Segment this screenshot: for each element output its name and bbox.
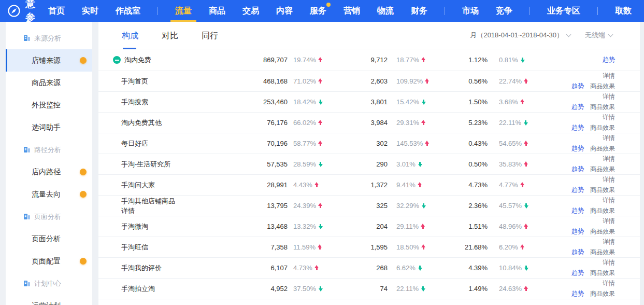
nav-divider (597, 7, 598, 15)
date-range-picker[interactable]: 月（2018-04-01~2018-04-30） (470, 31, 570, 40)
source-name-cell: 手淘-生活研究所 (98, 159, 245, 169)
product-effect-link[interactable]: 商品效果 (590, 269, 615, 278)
nav-item-16[interactable]: 业务专区 (547, 0, 580, 22)
nav-item-13[interactable]: 市场 (462, 0, 479, 22)
detail-link[interactable]: 详情 (603, 175, 615, 184)
change-cell: 3.68% (488, 98, 538, 106)
nav-item-8[interactable]: 服务 (310, 0, 326, 22)
trend-link[interactable]: 趋势 (571, 103, 584, 112)
tab-composition[interactable]: 构成 (122, 22, 138, 49)
trend-link[interactable]: 趋势 (571, 82, 584, 91)
nav-item-2[interactable]: 作战室 (116, 0, 140, 22)
tab-peers[interactable]: 同行 (202, 22, 218, 49)
trend-link[interactable]: 趋势 (603, 56, 615, 64)
product-effect-link[interactable]: 商品效果 (590, 227, 615, 236)
row-actions-line2: 趋势商品效果 (571, 248, 615, 257)
trend-link[interactable]: 趋势 (571, 123, 584, 132)
trend-link[interactable]: 趋势 (571, 186, 584, 195)
product-effect-link[interactable]: 商品效果 (590, 289, 615, 298)
sidebar-item-label: 店铺来源 (32, 56, 61, 65)
nav-item-5[interactable]: 商品 (209, 0, 225, 22)
change-cell: 0.81% (488, 56, 538, 64)
arrow-up-icon (421, 224, 425, 229)
row-actions: 详情趋势商品效果 (538, 155, 640, 174)
source-name-cell: 手淘问大家 (98, 180, 245, 190)
detail-link[interactable]: 详情 (603, 217, 615, 226)
trend-link[interactable]: 趋势 (571, 227, 584, 236)
change-value: 18.42% (293, 98, 316, 106)
arrow-up-icon (425, 141, 430, 146)
nav-item-6[interactable]: 交易 (242, 0, 259, 22)
sidebar-item[interactable]: 页面分析 (6, 228, 92, 250)
product-effect-link[interactable]: 商品效果 (590, 165, 615, 174)
arrow-up-icon (418, 182, 422, 188)
trend-link[interactable]: 趋势 (571, 206, 584, 215)
arrow-down-icon (421, 99, 426, 105)
product-effect-link[interactable]: 商品效果 (590, 186, 615, 195)
row-actions: 详情趋势商品效果 (538, 196, 640, 215)
visitors-value: 869,707 (245, 56, 288, 64)
source-name: 手淘首页 (121, 76, 148, 86)
conversion-value: 5.23% (438, 119, 488, 127)
product-effect-link[interactable]: 商品效果 (590, 103, 615, 112)
notification-dot-icon (80, 169, 87, 175)
source-name: 手淘旺信 (121, 242, 148, 252)
main-content: 构成对比同行 月（2018-04-01~2018-04-30） 无线端 淘内免费… (98, 22, 640, 305)
sidebar-item[interactable]: 店铺来源 (6, 49, 92, 72)
product-effect-link[interactable]: 商品效果 (590, 248, 615, 257)
conversion-value: 1.50% (438, 98, 488, 106)
sidebar-item[interactable]: 运营计划 (6, 295, 92, 305)
detail-link[interactable]: 详情 (603, 258, 615, 267)
product-effect-link[interactable]: 商品效果 (590, 144, 615, 153)
nav-item-0[interactable]: 首页 (48, 0, 65, 22)
trend-link[interactable]: 趋势 (571, 144, 584, 153)
tab-compare[interactable]: 对比 (162, 22, 178, 49)
conversion-value: 1.51% (438, 223, 488, 230)
nav-item-10[interactable]: 物流 (377, 0, 394, 22)
arrow-up-icon (520, 99, 525, 105)
visitors-value: 7,358 (245, 243, 288, 251)
detail-link[interactable]: 详情 (603, 72, 615, 80)
detail-link[interactable]: 详情 (603, 196, 615, 205)
trend-link[interactable]: 趋势 (571, 269, 584, 278)
nav-item-4[interactable]: 流量 (175, 0, 192, 22)
arrow-down-icon (318, 224, 323, 229)
product-effect-link[interactable]: 商品效果 (590, 82, 615, 91)
scrollbar[interactable] (640, 22, 644, 305)
detail-link[interactable]: 详情 (603, 279, 615, 288)
channel-picker[interactable]: 无线端 (585, 31, 612, 40)
detail-link[interactable]: 详情 (603, 155, 615, 163)
table-row: 手淘-生活研究所57,53528.59%2903.01%0.50%35.83%详… (98, 154, 640, 175)
nav-item-7[interactable]: 内容 (276, 0, 293, 22)
nav-item-9[interactable]: 营销 (344, 0, 360, 22)
trend-link[interactable]: 趋势 (571, 165, 584, 174)
trend-link[interactable]: 趋势 (571, 248, 584, 257)
sidebar-item[interactable]: 流量去向 (6, 183, 92, 205)
sidebar-item[interactable]: 店内路径 (6, 161, 92, 183)
nav-item-14[interactable]: 竞争 (496, 0, 512, 22)
sidebar-item[interactable]: 页面配置 (6, 250, 92, 272)
change-cell: 71.02% (288, 77, 338, 85)
detail-link[interactable]: 详情 (603, 134, 615, 143)
collapse-toggle-icon[interactable] (113, 56, 121, 64)
sidebar-item[interactable]: 商品来源 (6, 72, 92, 94)
nav-item-1[interactable]: 实时 (82, 0, 98, 22)
nav-item-18[interactable]: 取数 (615, 0, 632, 22)
conversion-value: 4.39% (438, 264, 488, 272)
detail-link[interactable]: 详情 (603, 238, 615, 246)
product-effect-link[interactable]: 商品效果 (590, 123, 615, 132)
sidebar-item[interactable]: 选词助手 (6, 116, 92, 138)
date-range-label: 月（2018-04-01~2018-04-30） (470, 31, 563, 40)
row-actions: 详情趋势商品效果 (538, 279, 640, 298)
sidebar-item[interactable]: 外投监控 (6, 94, 92, 116)
product-effect-link[interactable]: 商品效果 (590, 206, 615, 215)
source-name: 手淘其他店铺商品详情 (121, 196, 175, 216)
detail-link[interactable]: 详情 (603, 113, 615, 122)
trend-link[interactable]: 趋势 (571, 289, 584, 298)
detail-link[interactable]: 详情 (603, 92, 615, 101)
change-value: 24.39% (293, 202, 316, 210)
nav-item-11[interactable]: 财务 (411, 0, 427, 22)
row-actions-line2: 趋势商品效果 (571, 186, 615, 195)
arrow-up-icon (421, 120, 426, 126)
row-actions: 详情趋势商品效果 (538, 134, 640, 153)
